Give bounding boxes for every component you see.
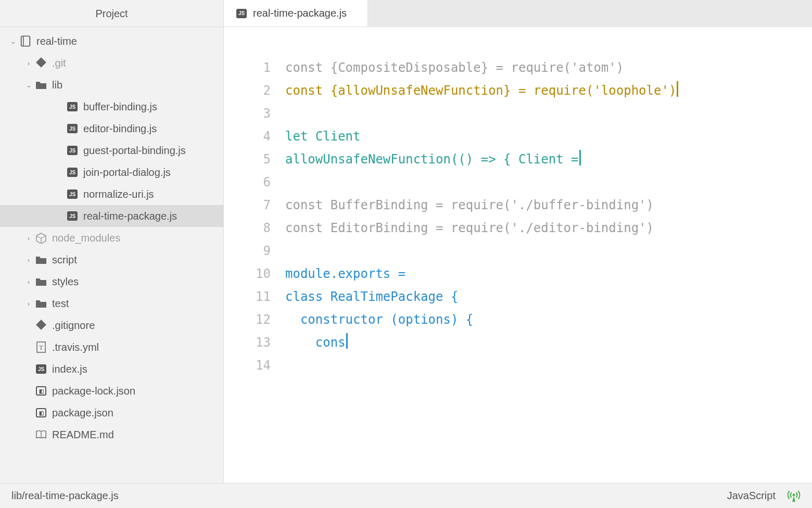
- tree-item[interactable]: ›JSeditor-binding.js: [0, 118, 223, 139]
- chevron-right-icon[interactable]: ›: [25, 278, 32, 286]
- text-icon: T: [35, 341, 47, 353]
- code-line[interactable]: cons: [285, 331, 812, 354]
- broadcast-icon[interactable]: [787, 490, 801, 502]
- code-token: const BufferBinding = require('./buffer-…: [285, 198, 654, 212]
- tree-item[interactable]: ›script: [0, 249, 223, 271]
- js-icon: JS: [67, 146, 78, 155]
- tree-item-label: lib: [52, 79, 62, 91]
- line-number: 12: [224, 308, 271, 331]
- chevron-down-icon[interactable]: ⌄: [25, 81, 32, 89]
- js-icon: JS: [35, 364, 47, 374]
- tree-item[interactable]: ›T.travis.yml: [0, 336, 223, 358]
- chevron-right-icon[interactable]: ›: [25, 234, 32, 242]
- tree-item[interactable]: ⌄real-time: [0, 30, 223, 52]
- tree-item[interactable]: ›JSjoin-portal-dialog.js: [0, 161, 223, 183]
- code-line[interactable]: const {CompositeDisposable} = require('a…: [285, 56, 812, 79]
- tree-item[interactable]: ›JSnormalize-uri.js: [0, 183, 223, 205]
- code-line[interactable]: const {allowUnsafeNewFunction} = require…: [285, 79, 812, 102]
- code-token: const {CompositeDisposable} = require('a…: [285, 60, 624, 75]
- line-number: 11: [224, 285, 271, 308]
- line-number: 10: [224, 262, 271, 285]
- code-line[interactable]: const EditorBinding = require('./editor-…: [285, 217, 812, 239]
- line-number: 2: [224, 79, 271, 102]
- git-icon: [35, 57, 47, 69]
- code-token: cons: [285, 335, 346, 350]
- chevron-right-icon[interactable]: ›: [25, 59, 32, 67]
- tab-label: real-time-package.js: [253, 7, 347, 19]
- svg-rect-0: [21, 36, 30, 46]
- tree-item[interactable]: ›JSreal-time-package.js: [0, 205, 223, 227]
- code-token: module.exports =: [285, 266, 405, 281]
- tree-item[interactable]: ›JSindex.js: [0, 358, 223, 380]
- tree-item-label: .travis.yml: [52, 341, 99, 353]
- status-language[interactable]: JavaScript: [727, 490, 776, 502]
- tree-item-label: package.json: [52, 407, 113, 419]
- code-line[interactable]: allowUnsafeNewFunction(() => { Client =: [285, 148, 812, 171]
- tree-item[interactable]: ⌄lib: [0, 74, 223, 96]
- tree-item[interactable]: ›test: [0, 293, 223, 314]
- tree-item-label: package-lock.json: [52, 385, 135, 397]
- pkg-icon: [35, 232, 47, 244]
- file-tree[interactable]: ⌄real-time›.git⌄lib›JSbuffer-binding.js›…: [0, 27, 223, 483]
- line-number: 1: [224, 56, 271, 79]
- svg-point-8: [793, 493, 795, 496]
- db-icon: ◧: [35, 386, 47, 396]
- chevron-right-icon[interactable]: ›: [25, 300, 32, 308]
- code-line[interactable]: constructor (options) {: [285, 308, 812, 331]
- chevron-down-icon[interactable]: ⌄: [9, 37, 17, 45]
- code-line[interactable]: const BufferBinding = require('./buffer-…: [285, 194, 812, 217]
- tree-item[interactable]: ›JSbuffer-binding.js: [0, 96, 223, 118]
- tree-item-label: .git: [52, 57, 66, 69]
- line-gutter: 1234567891011121314: [224, 56, 285, 483]
- tree-item-label: editor-binding.js: [83, 123, 157, 135]
- line-number: 4: [224, 125, 271, 148]
- tree-item-label: README.md: [52, 429, 114, 441]
- tree-item-label: node_modules: [52, 232, 120, 244]
- js-icon: JS: [67, 168, 78, 177]
- code-line[interactable]: class RealTimePackage {: [285, 285, 812, 308]
- editor-body[interactable]: 1234567891011121314 const {CompositeDisp…: [224, 27, 812, 483]
- sidebar-title: Project: [0, 0, 223, 27]
- tree-item-label: index.js: [52, 363, 87, 375]
- remote-cursor: [677, 81, 678, 97]
- js-icon: JS: [67, 189, 78, 199]
- code-token: let Client: [285, 129, 361, 144]
- remote-cursor: [579, 150, 581, 166]
- code-line[interactable]: [285, 239, 812, 262]
- folder-icon: [35, 298, 47, 309]
- tree-item[interactable]: ›styles: [0, 271, 223, 293]
- status-path[interactable]: lib/real-time-package.js: [11, 490, 119, 502]
- code-token: const {allowUnsafeNewFunction} = require…: [285, 83, 676, 98]
- code-line[interactable]: [285, 171, 812, 194]
- tree-item-label: guest-portal-binding.js: [83, 145, 186, 157]
- code-line[interactable]: [285, 102, 812, 125]
- tree-item[interactable]: ›.gitignore: [0, 314, 223, 336]
- repo-icon: [20, 35, 31, 47]
- chevron-right-icon[interactable]: ›: [25, 256, 32, 264]
- tree-item[interactable]: ›◧package-lock.json: [0, 380, 223, 402]
- tab-active[interactable]: JS real-time-package.js: [224, 0, 368, 27]
- tree-item[interactable]: ›JSguest-portal-binding.js: [0, 139, 223, 161]
- db-icon: ◧: [35, 408, 47, 417]
- tree-item[interactable]: ›README.md: [0, 424, 223, 446]
- tree-item-label: join-portal-dialog.js: [83, 167, 171, 179]
- line-number: 6: [224, 171, 271, 194]
- tree-item[interactable]: ›◧package.json: [0, 402, 223, 424]
- code-line[interactable]: module.exports =: [285, 262, 812, 285]
- svg-text:T: T: [39, 344, 43, 351]
- folder-icon: [35, 276, 47, 287]
- editor-pane: JS real-time-package.js 1234567891011121…: [224, 0, 812, 483]
- tree-item[interactable]: ›.git: [0, 52, 223, 74]
- code-token: class RealTimePackage {: [285, 289, 458, 304]
- js-icon: JS: [67, 211, 78, 221]
- js-icon: JS: [67, 102, 78, 111]
- code-line[interactable]: let Client: [285, 125, 812, 148]
- line-number: 7: [224, 194, 271, 217]
- line-number: 5: [224, 148, 271, 171]
- code-line[interactable]: [285, 354, 812, 377]
- line-number: 3: [224, 102, 271, 125]
- remote-cursor: [346, 333, 348, 349]
- tree-item-label: real-time: [36, 35, 77, 47]
- tree-item[interactable]: ›node_modules: [0, 227, 223, 249]
- code-area[interactable]: const {CompositeDisposable} = require('a…: [285, 56, 812, 483]
